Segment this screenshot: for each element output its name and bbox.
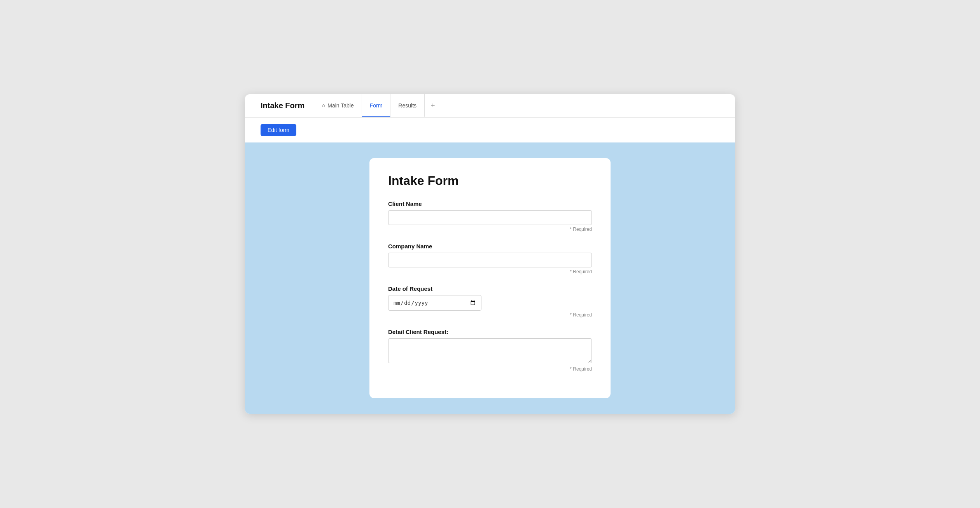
tab-main-table[interactable]: ⌂ Main Table <box>314 94 362 117</box>
field-date-of-request: Date of Request * Required <box>388 285 592 318</box>
tab-results-label: Results <box>398 102 416 109</box>
app-title: Intake Form <box>261 101 304 110</box>
browser-window: Intake Form ⌂ Main Table Form Results + … <box>245 94 735 414</box>
edit-form-button[interactable]: Edit form <box>261 124 296 136</box>
input-company-name[interactable] <box>388 253 592 267</box>
label-company-name: Company Name <box>388 243 592 250</box>
tab-add-button[interactable]: + <box>425 94 441 117</box>
form-title: Intake Form <box>388 174 592 188</box>
tab-main-table-label: Main Table <box>327 102 354 109</box>
field-client-name: Client Name * Required <box>388 200 592 232</box>
input-client-name[interactable] <box>388 210 592 225</box>
toolbar: Edit form <box>245 118 735 142</box>
tab-results[interactable]: Results <box>390 94 425 117</box>
required-client-name: * Required <box>388 227 592 232</box>
field-company-name: Company Name * Required <box>388 243 592 274</box>
nav-bar: Intake Form ⌂ Main Table Form Results + <box>245 94 735 118</box>
form-area: Intake Form Client Name * Required Compa… <box>245 142 735 414</box>
nav-tabs: ⌂ Main Table Form Results + <box>314 94 441 117</box>
add-icon: + <box>431 102 435 110</box>
required-company-name: * Required <box>388 269 592 274</box>
label-detail-client-request: Detail Client Request: <box>388 329 592 335</box>
required-date-of-request: * Required <box>388 312 592 318</box>
field-detail-client-request: Detail Client Request: * Required <box>388 329 592 372</box>
label-date-of-request: Date of Request <box>388 285 592 292</box>
input-date-of-request[interactable] <box>388 295 481 311</box>
tab-form[interactable]: Form <box>362 94 391 117</box>
tab-form-label: Form <box>370 102 383 109</box>
label-client-name: Client Name <box>388 200 592 207</box>
home-icon: ⌂ <box>322 102 325 108</box>
input-detail-client-request[interactable] <box>388 338 592 363</box>
form-card: Intake Form Client Name * Required Compa… <box>369 158 611 398</box>
required-detail-client-request: * Required <box>388 366 592 372</box>
